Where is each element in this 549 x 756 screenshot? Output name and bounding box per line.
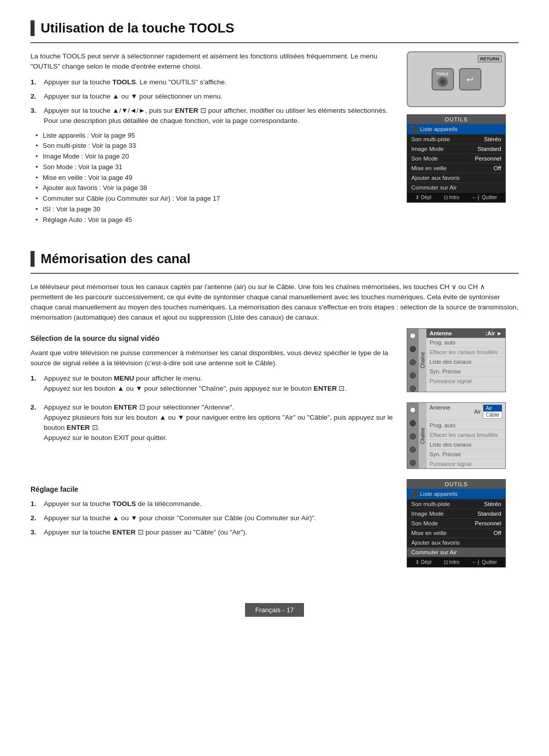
section-tools-title: Utilisation de la touche TOOLS [41,20,234,36]
outils-title-2: OUTILS [407,480,505,489]
section-memorisation-header: Mémorisation des canal [30,251,518,267]
section-tools: Utilisation de la touche TOOLS La touche… [30,20,518,231]
section-divider-2 [30,273,518,274]
remote-return-label: RETURN [478,55,502,62]
section2-intro: Le téléviseur peut mémoriser tous les ca… [30,282,518,323]
prog-auto-row-1: Prog. auto [426,338,505,348]
outils-row-image: Image Mode Standard [407,144,505,154]
syn-row-1: Syn. Précise [426,367,505,376]
tv-menu-content-2: Antenne Air Air Câble Prog. auto Effacer… [426,403,505,468]
icon-circle-2-3 [410,433,416,439]
tv-sidebar-icons [407,329,418,392]
outils-title-1: OUTILS [407,115,505,124]
subsection3-right: OUTILS ⬛ Liste appareils Son multi-piste… [407,479,518,568]
section1-bullets: Liste appareils : Voir la page 95 Son mu… [30,131,396,226]
outils-row-son: Son multi-piste Stéréo [407,135,505,144]
antenne-row-1: Antenne :Air ► [426,329,505,338]
icon-circle-2-5 [410,460,416,466]
outils-footer-2: ⇕ Dépl ⊡ Intro ←┤ Quitter [407,557,505,567]
section1-right: TOOLS ↩ RETURN OUTILS ⬛ Liste appareils [407,51,518,203]
page-footer: Français - 17 [245,603,304,617]
liste-canaux-row-2: Liste des canaux [426,440,505,450]
outils2-row-son: Son multi-piste Stéréo [407,499,505,509]
outils2-row-commuter: Commuter sur Air [407,548,505,557]
bullet-6: Ajouter aux favoris : Voir la page 38 [36,183,396,194]
bullet-5: Mise en veille : Voir la page 49 [36,173,396,183]
section1-steps: 1. Appuyer sur la touche TOOLS. Le menu … [30,77,396,127]
puissance-row-1: Puissance signal [426,376,505,386]
outils2-row-sonmode: Son Mode Personnel [407,519,505,528]
step-3: 3. Appuyer sur la touche ▲/▼/◄/►, puis s… [30,106,396,127]
icon-circle-3 [410,359,416,365]
bullet-7: Commuter sur Câble (ou Commuter sur Air)… [36,194,396,204]
dropdown-option-air: Air [483,405,502,412]
sub1-step-1: 1. Appuyez sur le bouton MENU pour affic… [30,373,396,394]
outils-row-liste: ⬛ Liste appareils [407,124,505,135]
subsection2-right: Chaîne Antenne Air Air Câble Prog. auto [407,402,518,479]
outils2-row-image: Image Mode Standard [407,509,505,519]
syn-row-2: Syn. Précise [426,450,505,459]
sub3-step-1: 1. Appuyer sur la touche TOOLS de la tél… [30,499,396,509]
liste-canaux-row-1: Liste des canaux [426,357,505,367]
outils-menu-1: OUTILS ⬛ Liste appareils Son multi-piste… [407,114,506,203]
icon-circle-4 [410,372,416,379]
sub3-step-2: 2. Appuyer sur la touche ▲ ou ▼ pour cho… [30,513,396,523]
page-footer-container: Français - 17 [30,588,518,617]
chain-label-2: Chaîne [418,403,426,468]
subsection1-steps: 1. Appuyez sur le bouton MENU pour affic… [30,373,396,394]
section1-left: La touche TOOLS peut servir à sélectionn… [30,51,396,231]
outils-row-veille: Mise en veille Off [407,164,505,173]
outils-row-sonmode: Son Mode Personnel [407,154,505,164]
subsection3-content: Réglage facile 1. Appuyer sur la touche … [30,479,518,568]
subsection2-left: 2. Appuyez sur le bouton ENTER ⊡ pour sé… [30,402,396,448]
puissance-row-2: Puissance signal [426,459,505,468]
bullet-8: ISI : Voir la page 30 [36,204,396,215]
subsection1-content: Sélection de la source du signal vidéo A… [30,328,518,402]
bullet-1: Liste appareils : Voir la page 95 [36,131,396,141]
icon-circle-2-2 [410,420,416,426]
subsection3-left: Réglage facile 1. Appuyer sur la touche … [30,479,396,542]
subsection3-title: Réglage facile [30,484,396,495]
tv-menu-content-1: Antenne :Air ► Prog. auto Effacer les ca… [426,329,505,392]
subsection3-steps: 1. Appuyer sur la touche TOOLS de la tél… [30,499,396,538]
step-2: 2. Appuyer sur la touche ▲ ou ▼ pour sél… [30,91,396,102]
chain-label-1: Chaîne [418,329,426,392]
subsection1-text1: Avant que votre télévision ne puisse com… [30,348,396,369]
subsection2-content: 2. Appuyez sur le bouton ENTER ⊡ pour sé… [30,402,518,479]
section1-intro: La touche TOOLS peut servir à sélectionn… [30,51,396,72]
subsection1-title: Sélection de la source du signal vidéo [30,333,396,344]
outils-footer-1: ⇕ Dépl ⊡ Intro ←┤ Quitter [407,193,505,202]
step-1: 1. Appuyer sur la touche TOOLS. Le menu … [30,77,396,87]
bullet-3: Image Mode : Voir la page 20 [36,151,396,162]
bullet-2: Son multi-piste : Voir la page 33 [36,141,396,151]
section-bar [30,20,35,36]
icon-circle-2-1 [410,407,416,413]
dropdown-option-cable: Câble [483,412,502,418]
tv-menu-2: Chaîne Antenne Air Air Câble Prog. auto [407,402,506,469]
tv-menu-1: Chaîne Antenne :Air ► Prog. auto Effacer… [407,328,506,392]
subsection1-right: Chaîne Antenne :Air ► Prog. auto Effacer… [407,328,518,402]
section-bar-2 [30,251,35,267]
subsection1-left: Sélection de la source du signal vidéo A… [30,328,396,398]
icon-circle-5 [410,386,416,392]
section-memorisation-title: Mémorisation des canal [41,251,191,267]
dropdown-box: Air Câble [483,404,502,419]
tv-sidebar-icons-2 [407,403,418,468]
sub2-step-2: 2. Appuyez sur le bouton ENTER ⊡ pour sé… [30,402,396,444]
section1-content: La touche TOOLS peut servir à sélectionn… [30,51,518,231]
outils-row-favoris: Ajouter aux favoris [407,173,505,183]
antenne-row-2: Antenne Air Air Câble [426,403,505,421]
section-divider [30,42,518,43]
remote-illustration: TOOLS ↩ RETURN [407,51,506,107]
outils-row-commuter: Commuter sur Air [407,183,505,193]
effacer-row-2: Effacer les canaux brouillés [426,430,505,440]
icon-circle-2-4 [410,447,416,453]
sub3-step-3: 3. Appuyer sur la touche ENTER ⊡ pour pa… [30,527,396,538]
remote-btn-return: ↩ [459,68,481,90]
effacer-row-1: Effacer les canaux brouillés [426,348,505,357]
remote-btn-tools: TOOLS [432,68,454,90]
outils2-row-veille: Mise en veille Off [407,528,505,538]
icon-circle-1 [410,333,416,339]
section-memorisation: Mémorisation des canal Le téléviseur peu… [30,251,518,568]
outils2-row-favoris: Ajouter aux favoris [407,538,505,548]
